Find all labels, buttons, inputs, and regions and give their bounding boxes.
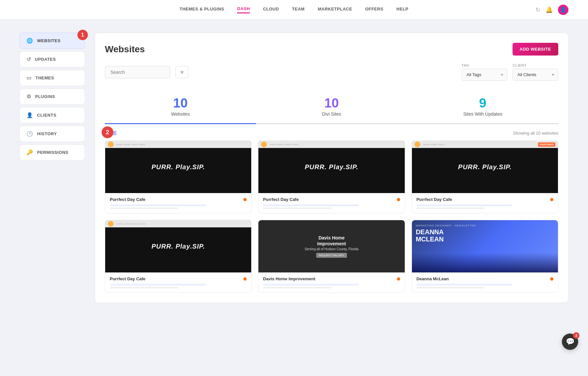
mini-header-3: FEATURED — [412, 141, 558, 148]
thumb-black-2: PURR. Play.SIP. — [258, 141, 404, 193]
card-url-bar2-6 — [416, 287, 485, 288]
deanna-top: MARKETING DESIGNER · NEWSLETTER — [416, 224, 476, 227]
stat-divi-sites[interactable]: 10 Divi Sites — [256, 90, 407, 124]
globe-icon: 🌐 — [26, 38, 33, 44]
mini-nav-1 — [116, 144, 145, 145]
bell-icon[interactable]: 🔔 — [546, 6, 553, 13]
sidebar-item-plugins[interactable]: ⚙ PLUGINS — [20, 89, 85, 105]
nav-cloud[interactable]: CLOUD — [263, 7, 279, 13]
sidebar-label-plugins: PLUGINS — [35, 94, 55, 99]
card-url-bar2-1 — [110, 207, 178, 209]
sidebar-item-websites[interactable]: 🌐 WEBSITES 1 — [20, 33, 85, 49]
card-name-6: Deanna McLean — [416, 276, 449, 281]
nav-marketplace[interactable]: MARKETPLACE — [318, 7, 352, 13]
themes-icon: ▭ — [26, 75, 32, 81]
add-website-button[interactable]: ADD WEBSITE — [513, 43, 559, 56]
stat-divi-label: Divi Sites — [256, 111, 407, 117]
website-thumb-2: PURR. Play.SIP. — [258, 141, 404, 193]
status-dot-3 — [550, 198, 553, 201]
card-name-4: Purrfect Day Cafe — [110, 276, 145, 281]
sidebar-item-clients[interactable]: 👤 CLIENTS — [20, 107, 85, 123]
thumb-davis-5: Davis HomeImprovement Serving all of Hud… — [258, 220, 404, 272]
website-card-6[interactable]: MARKETING DESIGNER · NEWSLETTER DEANNAMC… — [412, 220, 558, 293]
stat-updates-label: Sites With Updates — [407, 111, 558, 117]
mini-header-4 — [105, 220, 251, 227]
sidebar-label-themes: THEMES — [36, 75, 54, 80]
stat-divi-number: 10 — [256, 96, 407, 109]
nav-dash[interactable]: DASH — [237, 6, 250, 13]
favorites-button[interactable]: ★ — [175, 66, 188, 78]
stat-updates[interactable]: 9 Sites With Updates — [407, 90, 558, 124]
sidebar-label-history: HISTORY — [37, 131, 57, 136]
card-footer-6: Deanna McLean — [412, 272, 558, 292]
card-url-bar-3 — [416, 204, 513, 206]
client-filter-wrapper: CLIENT All Clients ▼ — [513, 63, 558, 81]
mini-logo-1 — [108, 141, 114, 147]
website-card-5[interactable]: Davis HomeImprovement Serving all of Hud… — [258, 220, 405, 293]
status-dot-6 — [550, 277, 553, 281]
client-filter-label: CLIENT — [513, 63, 558, 67]
davis-content: Davis HomeImprovement Serving all of Hud… — [305, 235, 359, 258]
website-card-4[interactable]: PURR. Play.SIP. Purrfect Day Cafe — [105, 220, 252, 293]
card-footer-2: Purrfect Day Cafe — [258, 193, 404, 213]
nav-team[interactable]: TEAM — [292, 7, 305, 13]
website-grid: PURR. Play.SIP. Purrfect Day Cafe — [105, 140, 558, 293]
grid-header: ≡ ⊞ 2 Showing all 10 websites — [105, 124, 558, 140]
client-filter-container: All Clients ▼ — [513, 69, 558, 81]
purr-text-3: PURR. Play.SIP. — [458, 163, 512, 171]
website-thumb-1: PURR. Play.SIP. — [105, 141, 251, 193]
davis-title: Davis HomeImprovement — [305, 235, 359, 247]
card-name-row-3: Purrfect Day Cafe — [416, 197, 553, 202]
sidebar: 🌐 WEBSITES 1 ↺ UPDATES ▭ THEMES ⚙ PLUGIN… — [20, 33, 85, 303]
card-name-row-4: Purrfect Day Cafe — [110, 276, 247, 281]
stat-updates-number: 9 — [407, 96, 558, 109]
website-card-1[interactable]: PURR. Play.SIP. Purrfect Day Cafe — [105, 140, 252, 213]
davis-sub: Serving all of Hudson County, Florida — [305, 247, 359, 251]
sidebar-label-websites: WEBSITES — [37, 38, 61, 43]
filter-group: TAG All Tags ▼ CLIENT All Clients ▼ — [462, 63, 558, 81]
stat-websites-number: 10 — [105, 96, 256, 109]
card-name-row-6: Deanna McLean — [416, 276, 553, 281]
stat-websites[interactable]: 10 Websites — [105, 90, 256, 124]
status-dot-5 — [397, 277, 400, 281]
websites-badge: 1 — [77, 30, 88, 40]
nav-themes-plugins[interactable]: THEMES & PLUGINS — [180, 7, 224, 13]
card-name-3: Purrfect Day Cafe — [416, 197, 452, 202]
sidebar-item-history[interactable]: 🕐 HISTORY — [20, 126, 85, 142]
sidebar-label-clients: CLIENTS — [37, 113, 57, 118]
thumb-black-1: PURR. Play.SIP. — [105, 141, 251, 193]
client-filter-select[interactable]: All Clients — [513, 69, 558, 81]
thumb-black-3: PURR. Play.SIP. — [412, 141, 558, 193]
avatar[interactable]: 👤 — [558, 5, 568, 15]
card-name-row-5: Davis Home Improvement — [263, 276, 400, 281]
card-url-bar2-5 — [263, 287, 332, 288]
tag-filter-container: All Tags ▼ — [462, 69, 507, 81]
card-footer-4: Purrfect Day Cafe — [105, 272, 251, 292]
chat-widget[interactable]: 💬 3 — [562, 334, 578, 350]
card-footer-1: Purrfect Day Cafe — [105, 193, 251, 213]
card-footer-3: Purrfect Day Cafe — [412, 193, 558, 213]
refresh-icon[interactable]: ↻ — [535, 6, 540, 13]
status-dot-1 — [243, 198, 247, 201]
plugins-icon: ⚙ — [26, 93, 31, 100]
purr-text-2: PURR. Play.SIP. — [305, 163, 358, 171]
website-card-2[interactable]: PURR. Play.SIP. Purrfect Day Cafe — [258, 140, 405, 213]
nav-help[interactable]: HELP — [397, 7, 409, 13]
tag-filter-select[interactable]: All Tags — [462, 69, 507, 81]
card-footer-5: Davis Home Improvement — [258, 272, 404, 292]
nav-offers[interactable]: OFFERS — [365, 7, 384, 13]
deanna-skyline — [412, 253, 558, 272]
history-icon: 🕐 — [26, 131, 33, 137]
stat-websites-label: Websites — [105, 111, 256, 117]
website-card-3[interactable]: FEATURED PURR. Play.SIP. Purrfect Day Ca… — [412, 140, 558, 213]
status-dot-2 — [397, 198, 400, 201]
chat-notification: 3 — [573, 332, 580, 339]
sidebar-item-permissions[interactable]: 🔑 PERMISSIONS — [20, 144, 85, 160]
clients-icon: 👤 — [26, 112, 33, 118]
search-input[interactable] — [105, 66, 170, 78]
card-url-bar-6 — [416, 284, 513, 286]
sidebar-item-updates[interactable]: ↺ UPDATES — [20, 51, 85, 67]
sidebar-item-themes[interactable]: ▭ THEMES — [20, 70, 85, 86]
purr-text-4: PURR. Play.SIP. — [152, 243, 205, 250]
sidebar-label-permissions: PERMISSIONS — [37, 150, 69, 155]
